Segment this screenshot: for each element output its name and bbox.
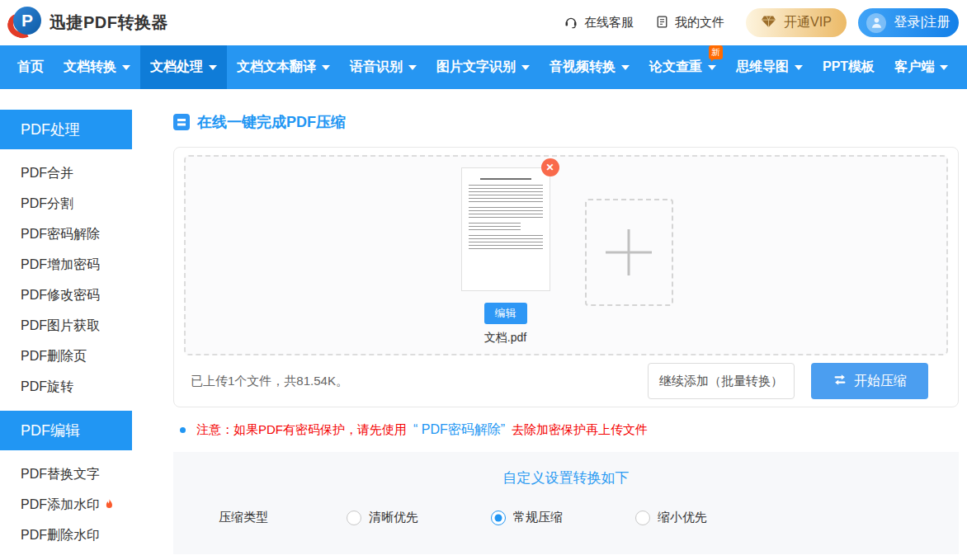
chevron-down-icon bbox=[209, 65, 217, 70]
nav-item-client[interactable]: 客户端 bbox=[884, 45, 958, 89]
pdf-password-remove-link[interactable]: “ PDF密码解除” bbox=[413, 421, 505, 439]
open-vip-button[interactable]: 开通VIP bbox=[746, 8, 847, 37]
nav-item-paper-check[interactable]: 论文查重新 bbox=[639, 45, 726, 89]
bullet-icon bbox=[180, 427, 186, 433]
main-nav: 首页 文档转换 文档处理 文档文本翻译 语音识别 图片文字识别 音视频转换 论文… bbox=[0, 45, 967, 89]
login-register-label: 登录|注册 bbox=[894, 14, 950, 31]
login-register-button[interactable]: 登录|注册 bbox=[858, 8, 959, 37]
compress-type-row: 压缩类型 清晰优先 常规压缩 缩小优先 bbox=[173, 510, 959, 525]
nav-item-mind-map[interactable]: 思维导图 bbox=[726, 45, 813, 89]
online-support-link[interactable]: 在线客服 bbox=[564, 14, 634, 31]
header-actions: 在线客服 我的文件 开通VIP 登录|注册 bbox=[564, 8, 967, 37]
nav-item-ppt-template[interactable]: PPT模板 bbox=[813, 45, 884, 89]
radio-clarity-first[interactable]: 清晰优先 bbox=[347, 510, 418, 525]
radio-icon bbox=[347, 511, 361, 525]
page-title: 在线一键完成PDF压缩 bbox=[197, 112, 346, 132]
password-notice: 注意：如果PDF有密码保护，请先使用 “ PDF密码解除” 去除加密保护再上传文… bbox=[173, 421, 959, 439]
chevron-down-icon bbox=[795, 65, 803, 70]
radio-icon bbox=[635, 511, 650, 525]
uploaded-file-item: ✕ 编辑 文档.pdf bbox=[460, 167, 552, 354]
new-badge: 新 bbox=[709, 45, 723, 59]
sidebar-item-pdf-replace-text[interactable]: PDF替换文字 bbox=[0, 459, 132, 490]
compress-type-label: 压缩类型 bbox=[219, 510, 268, 525]
nav-item-speech-recognition[interactable]: 语音识别 bbox=[340, 45, 427, 89]
start-compress-button[interactable]: 开始压缩 bbox=[811, 363, 928, 399]
top-header: P 迅捷PDF转换器 在线客服 我的文件 开通VIP 登录|注册 bbox=[0, 0, 967, 45]
sidebar: PDF处理 PDF合并 PDF分割 PDF密码解除 PDF增加密码 PDF修改密… bbox=[0, 89, 132, 551]
app-logo-icon: P bbox=[8, 6, 43, 40]
sidebar-item-pdf-remove-watermark[interactable]: PDF删除水印 bbox=[0, 520, 132, 551]
chevron-down-icon bbox=[322, 65, 330, 70]
sidebar-item-pdf-split[interactable]: PDF分割 bbox=[0, 189, 132, 219]
chevron-down-icon bbox=[408, 65, 417, 70]
settings-panel: 自定义设置转换如下 压缩类型 清晰优先 常规压缩 缩小优先 bbox=[173, 452, 959, 554]
sidebar-item-pdf-delete-page[interactable]: PDF删除页 bbox=[0, 341, 132, 372]
radio-selected-icon bbox=[491, 511, 506, 525]
sidebar-item-pdf-image-extract[interactable]: PDF图片获取 bbox=[0, 311, 132, 341]
upload-panel: ✕ 编辑 文档.pdf 已上传1个文件，共81.54K。 继续添加（批量转换） … bbox=[173, 147, 959, 407]
pdf-thumbnail[interactable] bbox=[461, 167, 550, 291]
document-icon bbox=[173, 114, 190, 130]
main-content: 在线一键完成PDF压缩 ✕ 编辑 文档.pdf bbox=[132, 89, 967, 554]
add-more-batch-button[interactable]: 继续添加（批量转换） bbox=[648, 363, 795, 399]
chevron-down-icon bbox=[708, 65, 716, 70]
radio-normal-compress[interactable]: 常规压缩 bbox=[491, 510, 563, 525]
user-avatar-icon bbox=[866, 13, 886, 33]
my-files-link[interactable]: 我的文件 bbox=[655, 15, 724, 31]
brand-title: 迅捷PDF转换器 bbox=[50, 12, 168, 34]
nav-item-doc-convert[interactable]: 文档转换 bbox=[54, 45, 140, 89]
nav-item-image-ocr[interactable]: 图片文字识别 bbox=[427, 45, 540, 89]
sidebar-item-pdf-password-add[interactable]: PDF增加密码 bbox=[0, 250, 132, 280]
file-drop-zone[interactable]: ✕ 编辑 文档.pdf bbox=[184, 155, 948, 355]
sidebar-header-pdf-edit[interactable]: PDF编辑 bbox=[0, 411, 132, 450]
sidebar-item-pdf-rotate[interactable]: PDF旋转 bbox=[0, 372, 132, 402]
headset-icon bbox=[564, 14, 578, 31]
start-compress-label: 开始压缩 bbox=[854, 373, 907, 390]
sidebar-header-pdf-process[interactable]: PDF处理 bbox=[0, 110, 132, 149]
page-title-row: 在线一键完成PDF压缩 bbox=[173, 112, 959, 132]
upload-panel-footer: 已上传1个文件，共81.54K。 继续添加（批量转换） 开始压缩 bbox=[174, 355, 958, 407]
nav-item-doc-process[interactable]: 文档处理 bbox=[140, 45, 227, 89]
fire-icon bbox=[105, 498, 114, 513]
nav-item-av-convert[interactable]: 音视频转换 bbox=[540, 45, 639, 89]
radio-size-first[interactable]: 缩小优先 bbox=[635, 510, 707, 525]
edit-file-button[interactable]: 编辑 bbox=[484, 303, 527, 324]
swap-arrows-icon bbox=[833, 374, 847, 389]
file-name: 文档.pdf bbox=[484, 331, 526, 346]
sidebar-item-pdf-merge[interactable]: PDF合并 bbox=[0, 158, 132, 189]
sidebar-section-pdf-edit: PDF编辑 PDF替换文字 PDF添加水印 PDF删除水印 bbox=[0, 411, 132, 551]
notice-suffix: 去除加密保护再上传文件 bbox=[512, 422, 648, 438]
settings-title: 自定义设置转换如下 bbox=[173, 468, 959, 487]
chevron-down-icon bbox=[521, 65, 530, 70]
vip-diamond-icon bbox=[761, 15, 776, 31]
add-file-button[interactable] bbox=[585, 199, 673, 306]
online-support-label: 在线客服 bbox=[584, 15, 634, 31]
notice-prefix: 注意：如果PDF有密码保护，请先使用 bbox=[196, 422, 407, 438]
sidebar-section-pdf-process: PDF处理 PDF合并 PDF分割 PDF密码解除 PDF增加密码 PDF修改密… bbox=[0, 110, 132, 402]
my-files-label: 我的文件 bbox=[675, 15, 724, 31]
nav-item-doc-translate[interactable]: 文档文本翻译 bbox=[227, 45, 340, 89]
open-vip-label: 开通VIP bbox=[784, 14, 832, 31]
chevron-down-icon bbox=[621, 65, 630, 70]
remove-file-button[interactable]: ✕ bbox=[541, 158, 559, 176]
sidebar-item-pdf-password-change[interactable]: PDF修改密码 bbox=[0, 280, 132, 311]
sidebar-item-pdf-add-watermark[interactable]: PDF添加水印 bbox=[0, 490, 132, 520]
sidebar-item-pdf-password-remove[interactable]: PDF密码解除 bbox=[0, 219, 132, 250]
file-icon bbox=[655, 15, 669, 31]
upload-status-text: 已上传1个文件，共81.54K。 bbox=[191, 374, 348, 389]
nav-item-home[interactable]: 首页 bbox=[7, 45, 54, 89]
chevron-down-icon bbox=[940, 65, 948, 70]
chevron-down-icon bbox=[122, 65, 130, 70]
